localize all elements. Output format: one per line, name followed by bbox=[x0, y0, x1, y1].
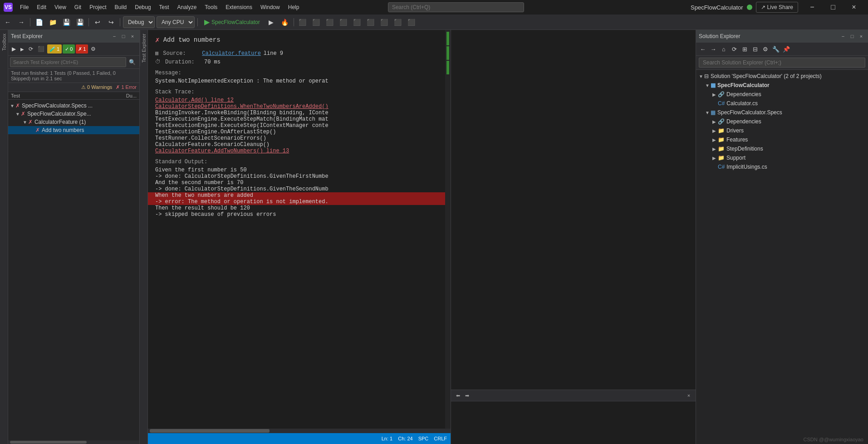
save-button[interactable]: 💾 bbox=[60, 16, 72, 28]
tools-button-8[interactable]: ⬛ bbox=[392, 16, 404, 28]
tools-button-1[interactable]: ⬛ bbox=[297, 16, 309, 28]
menu-help[interactable]: Help bbox=[284, 2, 303, 12]
te-search-input[interactable] bbox=[10, 57, 126, 67]
se-expand-btn[interactable]: ⊞ bbox=[740, 44, 750, 54]
se-settings-btn[interactable]: ⚙ bbox=[760, 44, 770, 54]
menu-view[interactable]: View bbox=[51, 2, 70, 12]
list-item[interactable]: ▶ 🔗 Dependencies bbox=[696, 90, 868, 99]
menu-test[interactable]: Test bbox=[156, 2, 173, 12]
tools-button-6[interactable]: ⬛ bbox=[365, 16, 377, 28]
bottom-panel-btn-1[interactable]: ⬅ bbox=[454, 391, 462, 400]
cpu-config-dropdown[interactable]: Any CPU bbox=[157, 16, 195, 28]
forward-button[interactable]: → bbox=[15, 16, 27, 28]
menu-git[interactable]: Git bbox=[71, 2, 85, 12]
menu-project[interactable]: Project bbox=[86, 2, 110, 12]
tools-button-4[interactable]: ⬛ bbox=[338, 16, 349, 28]
list-item[interactable]: ▼ ▦ SpecFlowCalculator bbox=[696, 81, 868, 90]
se-search-input[interactable] bbox=[699, 58, 865, 68]
menu-file[interactable]: File bbox=[16, 2, 32, 12]
stack-item-0[interactable]: Calculator.Add() line 12 bbox=[155, 97, 438, 103]
list-item[interactable]: ▼ ✗ SpecFlowCalculator.Specs ... bbox=[8, 102, 139, 110]
list-item[interactable]: ▼ ✗ SpecFlowCalculator.Spe... bbox=[8, 110, 139, 118]
list-item[interactable]: ✗ Add two numbers bbox=[8, 126, 139, 134]
list-item[interactable]: ▼ ▦ SpecFlowCalculator.Specs bbox=[696, 108, 868, 117]
bottom-panel-btn-2[interactable]: ➡ bbox=[463, 391, 471, 400]
detail-hscroll-thumb bbox=[150, 429, 270, 433]
se-close-btn[interactable]: × bbox=[857, 32, 865, 40]
tools-button-2[interactable]: ⬛ bbox=[310, 16, 322, 28]
stack-item-1[interactable]: CalculatorStepDefinitions.WhenTheTwoNumb… bbox=[155, 103, 438, 110]
tools-button-9[interactable]: ⬛ bbox=[406, 16, 417, 28]
hot-reload-button[interactable]: 🔥 bbox=[279, 16, 291, 28]
undo-button[interactable]: ↩ bbox=[92, 16, 103, 28]
list-item[interactable]: ▶ 📁 StepDefinitions bbox=[696, 144, 868, 153]
detail-hscrollbar[interactable] bbox=[148, 429, 451, 433]
se-back-btn[interactable]: ← bbox=[698, 44, 708, 54]
se-sync-btn[interactable]: ⟳ bbox=[729, 44, 739, 54]
se-toolbar: ← → ⌂ ⟳ ⊞ ⊟ ⚙ 🔧 📌 bbox=[696, 43, 868, 56]
se-minimize-btn[interactable]: − bbox=[839, 32, 847, 40]
te-run-btn[interactable]: ▶ bbox=[19, 44, 26, 54]
panel-close-btn[interactable]: × bbox=[128, 32, 137, 40]
list-item[interactable]: C# ImplicitUsings.cs bbox=[696, 162, 868, 171]
list-item[interactable]: ▶ 📁 Support bbox=[696, 153, 868, 162]
toolbar-sep-5 bbox=[294, 18, 294, 26]
panel-float-btn[interactable]: □ bbox=[119, 32, 128, 40]
toolbox-label[interactable]: Toolbox bbox=[0, 30, 8, 54]
bottom-close-btn[interactable]: × bbox=[685, 391, 693, 400]
menu-analyze[interactable]: Analyze bbox=[174, 2, 201, 12]
se-home-btn[interactable]: ⌂ bbox=[719, 44, 729, 54]
ch-indicator: Ch: 24 bbox=[398, 436, 412, 441]
menu-edit[interactable]: Edit bbox=[33, 2, 50, 12]
standard-output-label: Standard Output: bbox=[155, 159, 438, 165]
menu-debug[interactable]: Debug bbox=[131, 2, 154, 12]
se-float-btn[interactable]: □ bbox=[848, 32, 856, 40]
debug-config-dropdown[interactable]: Debug bbox=[123, 16, 155, 28]
te-scroll-thumb bbox=[10, 441, 87, 444]
maximize-button[interactable]: □ bbox=[823, 0, 843, 15]
list-item[interactable]: ▼ ✗ CalculatorFeature (1) bbox=[8, 118, 139, 126]
bottom-content bbox=[451, 401, 696, 444]
minimize-button[interactable]: − bbox=[802, 0, 823, 15]
menu-window[interactable]: Window bbox=[257, 2, 284, 12]
menu-extensions[interactable]: Extensions bbox=[222, 2, 256, 12]
te-node-label: SpecFlowCalculator.Spe... bbox=[27, 111, 91, 117]
redo-button[interactable]: ↪ bbox=[105, 16, 117, 28]
tools-button-5[interactable]: ⬛ bbox=[351, 16, 363, 28]
menu-build[interactable]: Build bbox=[111, 2, 131, 12]
se-tools-btn[interactable]: 🔧 bbox=[771, 44, 781, 54]
menu-tools[interactable]: Tools bbox=[201, 2, 221, 12]
panel-minimize-btn[interactable]: − bbox=[110, 32, 118, 40]
te-search-btn[interactable]: 🔍 bbox=[127, 57, 137, 67]
te-settings-btn[interactable]: ⚙ bbox=[89, 44, 98, 54]
list-item[interactable]: C# Calculator.cs bbox=[696, 99, 868, 108]
editor-canvas[interactable] bbox=[451, 30, 696, 390]
tools-button-3[interactable]: ⬛ bbox=[324, 16, 336, 28]
live-share-button[interactable]: ↗ Live Share bbox=[756, 2, 798, 13]
new-file-button[interactable]: 📄 bbox=[33, 16, 45, 28]
te-run-all-btn[interactable]: ▶ bbox=[10, 44, 18, 54]
se-collapse-btn[interactable]: ⊟ bbox=[750, 44, 760, 54]
te-scrollbar[interactable] bbox=[8, 440, 139, 444]
open-button[interactable]: 📁 bbox=[47, 16, 59, 28]
title-search-input[interactable] bbox=[388, 2, 524, 12]
detail-scroll-area[interactable]: ✗ Add two numbers ▦ Source: Calculator.f… bbox=[148, 30, 445, 429]
se-forward-btn[interactable]: → bbox=[708, 44, 718, 54]
stack-item-8[interactable]: CalculatorFeature.AddTwoNumbers() line 1… bbox=[155, 148, 438, 154]
back-button[interactable]: ← bbox=[2, 16, 14, 28]
test-explorer-sidebar-label[interactable]: Test Explorer bbox=[140, 30, 147, 66]
list-item[interactable]: ▶ 🔗 Dependencies bbox=[696, 117, 868, 126]
te-cancel-btn[interactable]: ⬛ bbox=[36, 44, 46, 54]
close-button[interactable]: × bbox=[843, 0, 864, 15]
se-pin-btn[interactable]: 📌 bbox=[781, 44, 791, 54]
te-refresh-btn[interactable]: ⟳ bbox=[27, 44, 35, 54]
list-item[interactable]: ▶ 📁 Features bbox=[696, 135, 868, 144]
start-button[interactable]: ▶ SpecFlowCalculator bbox=[201, 16, 264, 28]
attach-button[interactable]: ▶ bbox=[265, 16, 277, 28]
save-all-button[interactable]: 💾 bbox=[74, 16, 86, 28]
list-item[interactable]: ▼ ⊟ Solution 'SpecFlowCalculator' (2 of … bbox=[696, 72, 868, 81]
source-link[interactable]: Calculator.feature bbox=[202, 50, 261, 57]
tools-button-7[interactable]: ⬛ bbox=[378, 16, 390, 28]
list-item[interactable]: ▶ 📁 Drivers bbox=[696, 126, 868, 135]
project-name-label: SpecFlowCalculator bbox=[691, 4, 743, 11]
